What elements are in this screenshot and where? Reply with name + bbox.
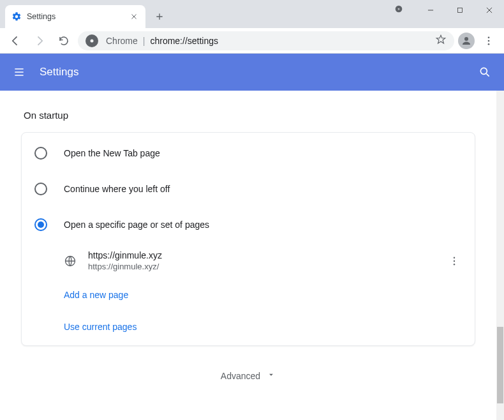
gear-icon: [11, 11, 22, 22]
add-page-row: Add a new page: [22, 279, 475, 311]
bookmark-star-icon[interactable]: [435, 34, 447, 47]
browser-tab[interactable]: Settings: [5, 5, 145, 28]
url-separator: |: [143, 36, 145, 46]
scrollbar[interactable]: [496, 91, 504, 420]
svg-point-6: [488, 43, 490, 45]
window-controls: [384, 0, 504, 20]
url-scheme: Chrome: [106, 36, 138, 46]
maximize-button[interactable]: [445, 0, 475, 20]
use-current-pages-link[interactable]: Use current pages: [64, 322, 137, 332]
startup-option-continue[interactable]: Continue where you left off: [22, 171, 475, 207]
scrollbar-thumb[interactable]: [497, 327, 503, 403]
page-entry-menu-button[interactable]: [447, 255, 462, 267]
startup-card: Open the New Tab page Continue where you…: [21, 132, 475, 346]
radio-icon: [34, 218, 47, 231]
address-bar[interactable]: Chrome | chrome://settings: [78, 31, 454, 50]
url-path: chrome://settings: [150, 36, 218, 46]
close-icon[interactable]: [129, 11, 139, 22]
svg-point-3: [464, 37, 468, 41]
window-close-button[interactable]: [475, 0, 504, 20]
svg-point-11: [454, 264, 455, 265]
new-tab-button[interactable]: [151, 8, 168, 26]
settings-header: Settings: [0, 54, 504, 91]
svg-point-9: [454, 257, 455, 258]
reload-button[interactable]: [54, 31, 74, 51]
radio-icon: [34, 147, 47, 160]
profile-avatar[interactable]: [458, 33, 475, 49]
startup-page-row: https://ginmule.xyz https://ginmule.xyz/: [22, 243, 475, 279]
svg-point-10: [454, 260, 455, 261]
content-area: On startup Open the New Tab page Continu…: [0, 91, 504, 420]
svg-point-4: [488, 36, 490, 38]
search-icon[interactable]: [477, 64, 493, 80]
svg-point-2: [91, 39, 94, 42]
window-titlebar: Settings: [0, 0, 504, 28]
incognito-indicator-icon: [394, 4, 404, 17]
startup-option-specific-pages[interactable]: Open a specific page or set of pages: [22, 207, 475, 243]
radio-label: Continue where you left off: [64, 184, 170, 194]
add-page-link[interactable]: Add a new page: [64, 290, 128, 300]
page-entry-url: https://ginmule.xyz/: [88, 262, 435, 271]
tab-title: Settings: [27, 12, 124, 21]
radio-label: Open the New Tab page: [64, 148, 160, 158]
startup-section: On startup Open the New Tab page Continu…: [21, 110, 475, 381]
advanced-toggle[interactable]: Advanced: [21, 370, 475, 381]
startup-option-new-tab[interactable]: Open the New Tab page: [22, 135, 475, 171]
advanced-label: Advanced: [221, 371, 260, 381]
page-title: Settings: [40, 66, 477, 79]
section-title: On startup: [24, 110, 475, 121]
forward-button[interactable]: [29, 31, 50, 51]
svg-rect-1: [458, 8, 463, 13]
svg-point-7: [480, 68, 487, 74]
radio-icon: [34, 183, 47, 195]
chevron-down-icon: [267, 370, 276, 381]
browser-toolbar: Chrome | chrome://settings: [0, 28, 504, 54]
svg-point-5: [488, 40, 490, 41]
globe-icon: [64, 255, 77, 267]
minimize-button[interactable]: [416, 0, 445, 20]
menu-icon[interactable]: [11, 64, 27, 80]
chrome-icon: [85, 34, 98, 47]
browser-menu-button[interactable]: [478, 31, 499, 51]
page-entry-title: https://ginmule.xyz: [88, 250, 435, 260]
back-button[interactable]: [5, 31, 26, 51]
radio-label: Open a specific page or set of pages: [64, 220, 209, 230]
use-current-row: Use current pages: [22, 311, 475, 343]
